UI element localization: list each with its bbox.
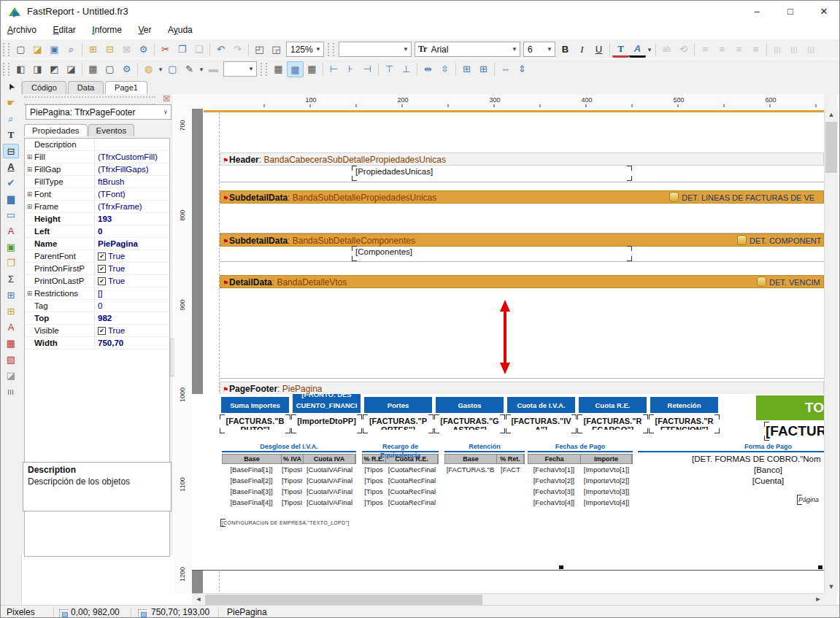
property-row[interactable]: Tag ✔0 — [25, 300, 169, 312]
expand-icon[interactable] — [25, 225, 34, 237]
table-desglose-iva[interactable]: Desglose del I.V.A. Base % IVA Cuota IVA… — [222, 442, 356, 508]
footer-header-cell[interactable]: Cuota de I.V.A. — [507, 397, 575, 413]
toolbar-icon[interactable]: ❏ — [190, 42, 207, 58]
palette-icon[interactable]: ◪ — [3, 368, 19, 383]
palette-icon[interactable]: Σ — [3, 272, 19, 287]
band-subdetail1-strip[interactable]: ⚑SubdetailData: BandaSubDetallePropiedad… — [220, 190, 824, 204]
palette-icon[interactable]: ▧ — [3, 352, 19, 367]
total-value-cell[interactable]: [FACTUR — [766, 423, 824, 439]
property-value[interactable]: ✔ftBrush — [95, 176, 169, 188]
toolbar-icon[interactable]: ▦ — [270, 61, 287, 77]
chevron-down-icon[interactable]: ∨ — [161, 109, 171, 115]
toolbar-grip[interactable] — [3, 63, 9, 76]
menu-item[interactable]: Ver — [131, 23, 158, 35]
property-row[interactable]: Name ✔PiePagina — [25, 238, 169, 250]
toolbar-icon[interactable]: ▢ — [164, 61, 181, 77]
property-value[interactable]: ✔(TFont) — [95, 188, 169, 200]
payment-line[interactable]: [DET. FORMAS DE COBRO."Nom — [638, 454, 824, 465]
toolbar-icon[interactable]: ▬ — [205, 61, 222, 77]
toolbar-icon[interactable]: ≡ — [697, 42, 714, 58]
toolbar-icon[interactable] — [248, 43, 249, 56]
toolbar-icon[interactable]: ◨ — [29, 61, 46, 77]
band-resize-handle[interactable] — [818, 565, 822, 569]
toolbar-icon[interactable] — [494, 63, 495, 76]
toolbar-icon[interactable]: ◪ — [63, 61, 80, 77]
palette-icon[interactable]: ▣ — [3, 240, 19, 255]
toolbar-icon[interactable]: ▢ — [101, 61, 118, 77]
toolbar-icon[interactable] — [609, 43, 610, 56]
expand-icon[interactable]: ⊞ — [25, 163, 34, 175]
property-row[interactable]: FillType ✔ftBrush — [25, 176, 169, 188]
palette-icon[interactable]: ⌕ — [3, 112, 19, 126]
chevron-down-icon[interactable]: ▼ — [401, 46, 411, 53]
toolbar-icon[interactable]: ▾ — [198, 61, 205, 77]
property-row[interactable]: Top ✔982 — [25, 312, 169, 325]
band-resize-handle[interactable] — [559, 565, 563, 569]
footer-summary-cell[interactable]: Cuota de I.V.A. [FACTURAS."IV A"] — [507, 397, 575, 432]
menu-item[interactable]: Ayuda — [161, 23, 199, 35]
expand-icon[interactable] — [25, 263, 34, 274]
toolbar-icon[interactable] — [417, 63, 417, 76]
expand-icon[interactable] — [25, 176, 34, 188]
property-row[interactable]: Visible ✔True — [25, 325, 169, 337]
checkbox-icon[interactable]: ✔ — [98, 265, 106, 273]
toolbar-icon[interactable]: ⊤ — [381, 61, 398, 77]
table-row[interactable]: [BaseFinal[1]] [TiposI [CuotaIVAFinal — [222, 464, 356, 475]
menu-item[interactable]: Archivo — [1, 23, 43, 35]
zoom-combo[interactable]: 125%▼ — [286, 42, 324, 57]
toolbar-icon[interactable]: ▾ — [157, 61, 164, 77]
inspector-tab[interactable]: Eventos — [88, 124, 135, 136]
scroll-right-icon[interactable]: ► — [812, 594, 825, 605]
panel-close-icon[interactable]: ☒ — [163, 94, 170, 104]
toolbar-icon[interactable]: ⇹ — [420, 61, 436, 77]
toolbar-grip[interactable] — [328, 43, 334, 56]
property-row[interactable]: Height ✔193 — [25, 213, 169, 225]
toolbar-icon[interactable]: ⟲ — [675, 42, 692, 58]
table-row[interactable]: [Tipos [CuotaRecFinal — [362, 497, 439, 508]
designer-tab[interactable]: Data — [68, 81, 104, 94]
expand-icon[interactable] — [25, 337, 34, 349]
table-row[interactable]: [BaseFinal[3]] [TiposI [CuotaIVAFinal — [222, 486, 356, 497]
toolbar-icon[interactable]: ⊣ — [359, 61, 376, 77]
toolbar-icon[interactable]: A — [629, 42, 646, 58]
toolbar-icon[interactable] — [378, 63, 379, 76]
toolbar-icon[interactable]: ⇕ — [514, 61, 531, 77]
band-subdetail2-body[interactable]: [Componentes] — [220, 247, 824, 262]
footer-value-cell[interactable]: [FACTURAS."P ORTES"] — [364, 416, 432, 432]
palette-icon[interactable]: ➤ — [1, 77, 20, 97]
menu-item[interactable]: Editar — [46, 23, 82, 35]
band-header-strip[interactable]: ⚑Header: BandaCabeceraSubDetallePropieda… — [220, 152, 824, 166]
property-row[interactable]: ⊞ Restrictions ✔[] — [25, 287, 169, 300]
toolbar-icon[interactable]: ▣ — [46, 42, 63, 58]
table-row[interactable]: [BaseFinal[2]] [TiposI [CuotaIVAFinal — [222, 475, 356, 486]
page-number-label[interactable]: Página — [798, 496, 819, 503]
object-selector-combo[interactable]: PiePagina: TfrxPageFooter∨ — [26, 104, 172, 120]
toolbar-icon[interactable]: ⊞ — [85, 42, 101, 58]
band-subdetail2-strip[interactable]: ⚑SubdetailData: BandaSubDetalleComponent… — [220, 233, 824, 247]
toolbar-icon[interactable]: B — [557, 42, 574, 58]
chevron-down-icon[interactable]: ▼ — [313, 46, 323, 53]
font-size-combo[interactable]: 6▼ — [523, 42, 555, 57]
table-row[interactable]: [Tipos [CuotaRecFinal — [362, 464, 439, 475]
toolbar-icon[interactable]: ⇔ — [497, 61, 514, 77]
palette-icon[interactable]: ☛ — [3, 96, 19, 110]
total-label-cell[interactable]: TO — [756, 395, 824, 420]
palette-icon[interactable]: A — [3, 320, 19, 335]
palette-icon[interactable]: ❐ — [3, 256, 19, 271]
expand-icon[interactable]: ⊞ — [25, 201, 34, 212]
property-value[interactable]: ✔(TfrxFillGaps) — [95, 163, 169, 175]
toolbar-icon[interactable]: ≡ — [731, 42, 747, 58]
property-row[interactable]: ⊞ Fill ✔(TfrxCustomFill) — [25, 151, 169, 163]
toolbar-icon[interactable]: ▦ — [85, 61, 101, 77]
footer-header-cell[interactable]: [PRONTO. DES CUENTO_FINANCI — [293, 397, 361, 413]
expand-icon[interactable] — [25, 139, 34, 150]
expand-icon[interactable]: ⊞ — [25, 287, 34, 299]
toolbar-icon[interactable]: ⊞ — [475, 61, 492, 77]
menu-item[interactable]: Informe — [85, 23, 128, 35]
palette-icon[interactable]: ||| — [3, 385, 19, 399]
footer-summary-cell[interactable]: Suma Importes [FACTURAS."B RUTO"] — [221, 397, 289, 432]
payment-line[interactable]: [Cuenta] — [638, 476, 824, 487]
footer-value-cell[interactable]: [ImporteDtoPP] — [293, 416, 361, 432]
chevron-down-icon[interactable]: ▼ — [246, 66, 256, 72]
toolbar-icon[interactable]: ⊟ — [101, 42, 118, 58]
